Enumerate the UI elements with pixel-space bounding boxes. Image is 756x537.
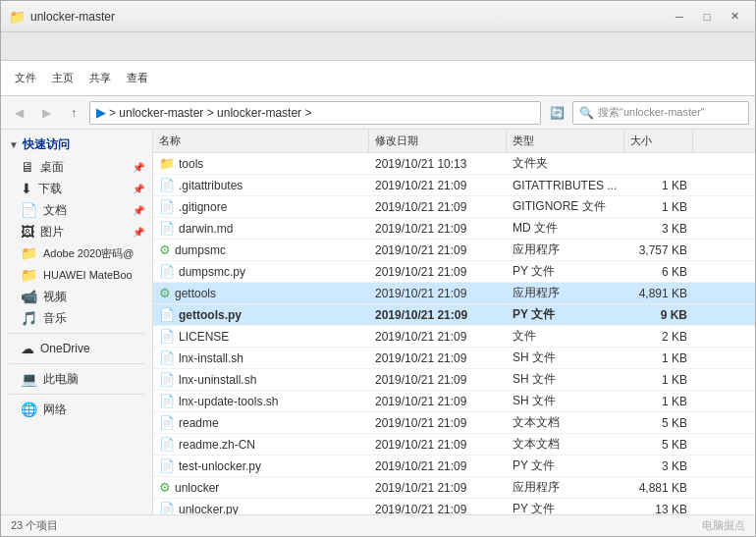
ribbon-tab-bar — [1, 32, 755, 60]
sidebar-item-huawei[interactable]: 📁 HUAWEI MateBoo — [1, 264, 152, 286]
up-button[interactable]: ↑ — [62, 101, 85, 125]
file-icon: 📄 — [159, 307, 175, 322]
file-date: 2019/10/21 21:09 — [369, 351, 507, 365]
music-label: 音乐 — [43, 310, 67, 327]
quick-access-arrow: ▼ — [9, 139, 19, 150]
col-header-type[interactable]: 类型 — [507, 130, 624, 152]
forward-button[interactable]: ▶ — [34, 101, 58, 125]
file-name: 📄 readme.zh-CN — [153, 437, 369, 452]
file-name: 📁 tools — [153, 156, 369, 171]
sidebar-item-adobe[interactable]: 📁 Adobe 2020密码@ — [1, 242, 152, 264]
file-date: 2019/10/21 21:09 — [369, 222, 507, 236]
file-type: MD 文件 — [507, 220, 624, 237]
ribbon-tab-file[interactable]: 文件 — [9, 71, 42, 85]
file-list: 📁 tools 2019/10/21 10:13 文件夹 📄 .gitattri… — [153, 153, 755, 514]
downloads-icon: ⬇ — [21, 181, 32, 196]
maximize-button[interactable]: □ — [694, 7, 720, 27]
file-date: 2019/10/21 21:09 — [369, 308, 507, 322]
table-row[interactable]: 📄 gettools.py 2019/10/21 21:09 PY 文件 9 K… — [153, 304, 755, 326]
minimize-button[interactable]: ─ — [667, 7, 692, 27]
path-text: > unlocker-master > unlocker-master > — [109, 106, 311, 120]
refresh-button[interactable]: 🔄 — [545, 101, 568, 125]
table-row[interactable]: 📄 .gitattributes 2019/10/21 21:09 GITATT… — [153, 175, 755, 196]
table-row[interactable]: 📄 LICENSE 2019/10/21 21:09 文件 2 KB — [153, 326, 755, 348]
file-list-container: 名称 修改日期 类型 大小 📁 tools 2019/10/21 10:13 文… — [153, 130, 755, 514]
sidebar-divider-3 — [9, 394, 144, 395]
table-row[interactable]: ⚙ dumpsmc 2019/10/21 21:09 应用程序 3,757 KB — [153, 240, 755, 261]
sidebar-item-music[interactable]: 🎵 音乐 — [1, 307, 152, 329]
table-row[interactable]: 📄 dumpsmc.py 2019/10/21 21:09 PY 文件 6 KB — [153, 261, 755, 283]
col-header-date[interactable]: 修改日期 — [369, 130, 507, 152]
ribbon-tab-view[interactable]: 查看 — [121, 71, 154, 85]
video-label: 视频 — [43, 289, 67, 305]
file-date: 2019/10/21 21:09 — [369, 459, 507, 473]
close-button[interactable]: ✕ — [722, 7, 747, 27]
network-icon: 🌐 — [21, 402, 37, 417]
search-placeholder: 搜索"unlocker-master" — [598, 105, 705, 120]
desktop-pin: 📌 — [133, 162, 144, 173]
file-icon: 📄 — [159, 199, 175, 214]
file-size: 5 KB — [624, 438, 693, 452]
sidebar-item-downloads[interactable]: ⬇ 下载 📌 — [1, 178, 152, 199]
docs-pin: 📌 — [133, 205, 144, 216]
file-icon: ⚙ — [159, 480, 171, 495]
file-name: 📄 darwin.md — [153, 221, 369, 236]
window-icon: 📁 — [9, 9, 25, 25]
table-row[interactable]: 📄 readme 2019/10/21 21:09 文本文档 5 KB — [153, 412, 755, 434]
file-type: 应用程序 — [507, 479, 624, 496]
sidebar-section-quick-access[interactable]: ▼ 快速访问 — [1, 134, 152, 156]
col-header-name[interactable]: 名称 — [153, 130, 369, 152]
sidebar-item-desktop[interactable]: 🖥 桌面 📌 — [1, 156, 152, 178]
back-button[interactable]: ◀ — [7, 101, 30, 125]
onedrive-label: OneDrive — [40, 342, 90, 355]
ribbon: 文件 主页 共享 查看 — [1, 32, 755, 96]
file-size: 3 KB — [624, 459, 693, 473]
table-row[interactable]: ⚙ gettools 2019/10/21 21:09 应用程序 4,891 K… — [153, 283, 755, 304]
sidebar-item-video[interactable]: 📹 视频 — [1, 286, 152, 307]
table-row[interactable]: 📄 lnx-install.sh 2019/10/21 21:09 SH 文件 … — [153, 348, 755, 369]
huawei-label: HUAWEI MateBoo — [43, 269, 133, 281]
address-bar: ◀ ▶ ↑ ▶ > unlocker-master > unlocker-mas… — [1, 96, 755, 130]
sidebar-item-pictures[interactable]: 🖼 图片 📌 — [1, 221, 152, 242]
col-header-size[interactable]: 大小 — [624, 130, 693, 152]
search-box[interactable]: 🔍 搜索"unlocker-master" — [572, 101, 749, 125]
sidebar-divider-2 — [9, 363, 144, 364]
adobe-label: Adobe 2020密码@ — [43, 246, 135, 261]
file-type: SH 文件 — [507, 371, 624, 388]
file-icon: 📄 — [159, 372, 175, 387]
ribbon-tab-share[interactable]: 共享 — [83, 71, 117, 85]
adobe-icon: 📁 — [21, 245, 37, 261]
file-size: 2 KB — [624, 330, 693, 344]
downloads-label: 下载 — [38, 181, 62, 197]
address-path[interactable]: ▶ > unlocker-master > unlocker-master > — [89, 101, 541, 125]
file-date: 2019/10/21 21:09 — [369, 416, 507, 430]
status-bar: 23 个项目 电脑掘点 — [1, 514, 755, 536]
file-size: 4,891 KB — [624, 287, 693, 300]
file-type: 文件 — [507, 328, 624, 345]
sidebar-item-this-pc[interactable]: 💻 此电脑 — [1, 368, 152, 390]
file-type: 应用程序 — [507, 285, 624, 301]
file-icon: 📄 — [159, 394, 175, 408]
file-icon: 📁 — [159, 156, 175, 171]
table-row[interactable]: ⚙ unlocker 2019/10/21 21:09 应用程序 4,881 K… — [153, 477, 755, 499]
file-date: 2019/10/21 21:09 — [369, 330, 507, 344]
table-row[interactable]: 📄 test-unlocker.py 2019/10/21 21:09 PY 文… — [153, 456, 755, 477]
file-type: 文本文档 — [507, 414, 624, 431]
table-row[interactable]: 📄 readme.zh-CN 2019/10/21 21:09 文本文档 5 K… — [153, 434, 755, 456]
table-row[interactable]: 📄 darwin.md 2019/10/21 21:09 MD 文件 3 KB — [153, 218, 755, 240]
sidebar-item-onedrive[interactable]: ☁ OneDrive — [1, 338, 152, 359]
table-row[interactable]: 📄 .gitignore 2019/10/21 21:09 GITIGNORE … — [153, 196, 755, 218]
desktop-icon: 🖥 — [21, 159, 34, 175]
table-row[interactable]: 📄 lnx-update-tools.sh 2019/10/21 21:09 S… — [153, 391, 755, 412]
ribbon-tab-home[interactable]: 主页 — [46, 71, 80, 85]
file-icon: ⚙ — [159, 286, 171, 300]
sidebar-item-network[interactable]: 🌐 网络 — [1, 399, 152, 420]
table-row[interactable]: 📄 lnx-uninstall.sh 2019/10/21 21:09 SH 文… — [153, 369, 755, 391]
file-name: 📄 unlocker.py — [153, 502, 369, 514]
file-name: 📄 lnx-uninstall.sh — [153, 372, 369, 387]
file-type: PY 文件 — [507, 306, 624, 323]
sidebar-item-docs[interactable]: 📄 文档 📌 — [1, 199, 152, 221]
file-size: 4,881 KB — [624, 481, 693, 495]
table-row[interactable]: 📁 tools 2019/10/21 10:13 文件夹 — [153, 153, 755, 175]
table-row[interactable]: 📄 unlocker.py 2019/10/21 21:09 PY 文件 13 … — [153, 499, 755, 514]
